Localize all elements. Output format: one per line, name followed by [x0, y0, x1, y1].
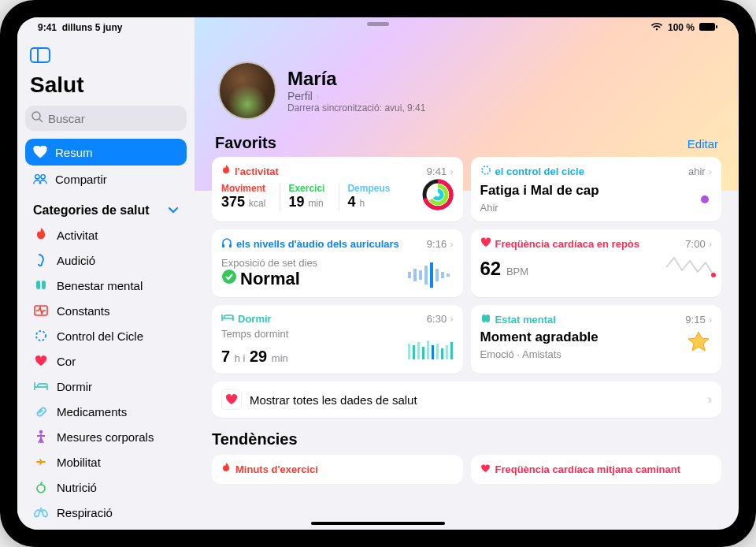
headphones-icon — [221, 237, 232, 251]
exercise-value: 19 — [288, 194, 304, 210]
svg-rect-35 — [422, 347, 424, 359]
profile-name: María — [287, 68, 425, 90]
svg-line-5 — [39, 119, 43, 122]
avatar[interactable] — [218, 61, 276, 120]
show-all-row[interactable]: Mostrar totes les dades de salut › — [212, 381, 721, 418]
trend-walking-hr[interactable]: Freqüència cardíaca mitjana caminant — [471, 455, 722, 484]
category-item[interactable]: Benestar mental — [25, 273, 187, 298]
svg-rect-23 — [408, 272, 411, 278]
stand-label: Dempeus — [347, 183, 390, 194]
svg-rect-27 — [430, 262, 433, 288]
search-input[interactable] — [48, 112, 195, 125]
search-icon — [32, 111, 43, 126]
chevron-right-icon: › — [450, 166, 453, 177]
apple-icon — [33, 479, 49, 495]
home-indicator[interactable] — [311, 522, 445, 525]
chevron-right-icon: › — [708, 393, 712, 407]
pill-icon — [33, 404, 49, 419]
card-headphone-audio[interactable]: els nivells d'àudio dels auriculars 9:16… — [212, 229, 463, 297]
card-sleep[interactable]: Dormir 6:30› Temps dormint 7 h i 29 min — [212, 305, 463, 374]
sleep-bars-icon — [406, 337, 454, 366]
svg-rect-26 — [424, 266, 428, 285]
brain-icon — [33, 277, 49, 293]
card-activity[interactable]: l'activitat 9:41› Moviment 375 kcal — [212, 157, 463, 221]
show-all-label: Mostrar totes les dades de salut — [250, 393, 700, 407]
wifi-icon — [650, 22, 663, 34]
svg-rect-20 — [222, 244, 224, 247]
category-item[interactable]: Mesures corporals — [25, 424, 187, 449]
move-label: Moviment — [221, 183, 265, 194]
trend-exercise-minutes[interactable]: Minuts d'exercici — [212, 455, 463, 484]
move-unit: kcal — [249, 198, 265, 209]
categories-header[interactable]: Categories de salut — [25, 192, 187, 222]
category-item[interactable]: Cor — [25, 348, 187, 374]
category-item[interactable]: Mobilitat — [25, 449, 187, 474]
category-item[interactable]: Nutrició — [25, 474, 187, 500]
sleep-sub: Temps dormint — [221, 328, 288, 340]
category-item[interactable]: Control del Cicle — [25, 323, 187, 348]
svg-point-7 — [35, 175, 39, 179]
sidebar-item-share[interactable]: Compartir — [25, 166, 187, 192]
card-title: el control del cicle — [495, 166, 584, 177]
category-label: Nutrició — [57, 481, 97, 494]
people-icon — [33, 172, 47, 186]
search-field[interactable] — [25, 106, 187, 131]
category-item[interactable]: Constants — [25, 298, 187, 323]
card-time: 9:41 — [427, 166, 447, 177]
svg-rect-32 — [408, 344, 410, 359]
card-resting-hr[interactable]: Freqüència cardíaca en repòs 7:00› 62 BP… — [471, 229, 722, 297]
hr-value: 62 — [480, 258, 502, 279]
category-label: Audició — [57, 254, 95, 267]
svg-point-10 — [36, 331, 46, 340]
star-blob-icon — [685, 330, 712, 360]
category-label: Control del Cicle — [57, 329, 143, 343]
sync-prefix: Darrera sincronització: — [287, 102, 382, 113]
chevron-right-icon: › — [709, 238, 712, 250]
sidebar-toggle-icon[interactable] — [30, 47, 50, 65]
flame-icon — [33, 227, 49, 243]
bed-icon — [221, 313, 234, 325]
sidebar: Salut Resum Compartir — [17, 17, 195, 530]
profile-link[interactable]: Perfil › — [287, 90, 425, 102]
category-label: Mobilitat — [57, 456, 101, 469]
multitask-pill[interactable] — [367, 22, 389, 26]
svg-point-19 — [701, 195, 709, 203]
category-label: Activitat — [57, 229, 98, 242]
exercise-label: Exercici — [288, 183, 324, 194]
profile-header[interactable]: María Perfil › Darrera sincronització: a… — [212, 61, 721, 120]
status-bar: 9:41 dilluns 5 juny 100 % — [17, 17, 739, 35]
bed-icon — [33, 378, 49, 394]
sidebar-item-label: Compartir — [55, 173, 107, 186]
svg-rect-36 — [427, 340, 429, 359]
headphones-sub: Exposició de set dies — [221, 257, 317, 269]
card-mental-state[interactable]: Estat mental 9:15› Moment agradable Emoc… — [471, 305, 722, 374]
category-label: Mesures corporals — [57, 430, 154, 444]
heart-icon — [33, 353, 49, 369]
category-item[interactable]: Dormir — [25, 374, 187, 399]
svg-rect-37 — [432, 345, 434, 359]
mobility-icon — [33, 454, 49, 470]
sleep-hours: 7 — [221, 348, 230, 365]
svg-rect-30 — [447, 274, 450, 277]
category-item[interactable]: Audició — [25, 247, 187, 273]
cycle-sub: Ahir — [480, 202, 599, 214]
move-value: 375 — [221, 194, 245, 210]
brain-icon — [480, 313, 491, 326]
category-label: Dormir — [57, 380, 92, 393]
category-item[interactable]: Respiració — [25, 500, 187, 525]
trend-label: Minuts d'exercici — [235, 463, 318, 475]
mental-headline: Moment agradable — [480, 329, 598, 345]
vitals-icon — [33, 303, 49, 318]
battery-icon — [699, 22, 718, 34]
edit-button[interactable]: Editar — [687, 137, 718, 151]
category-item[interactable]: Medicaments — [25, 399, 187, 424]
status-date: dilluns 5 juny — [62, 22, 123, 33]
heart-app-icon — [221, 389, 242, 410]
category-item[interactable]: Activitat — [25, 222, 187, 247]
sidebar-item-summary[interactable]: Resum — [25, 139, 187, 166]
svg-point-16 — [429, 186, 447, 203]
card-cycle[interactable]: el control del cicle ahir› Fatiga i Mal … — [471, 157, 722, 221]
svg-point-22 — [222, 270, 236, 284]
svg-rect-1 — [716, 25, 717, 28]
mental-sub: Emoció · Amistats — [480, 348, 598, 360]
